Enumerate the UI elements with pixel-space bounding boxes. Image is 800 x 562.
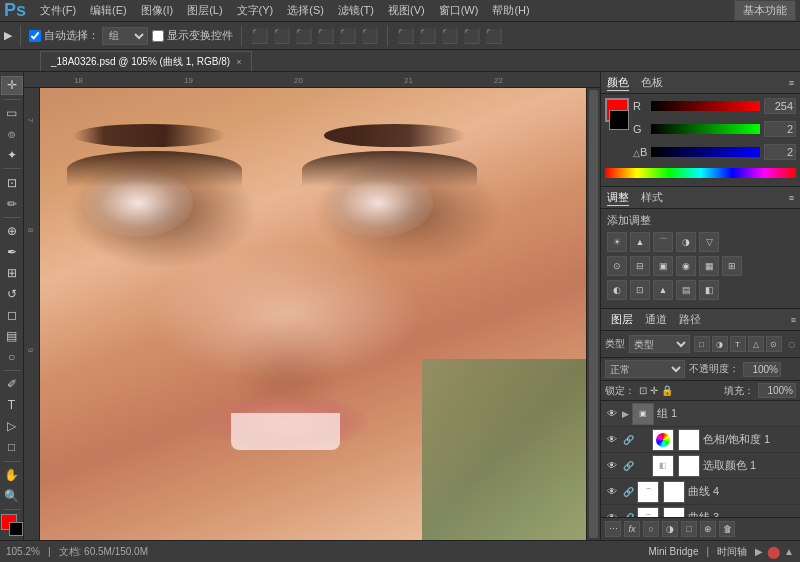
menu-edit[interactable]: 编辑(E) bbox=[84, 1, 133, 20]
text-filter-icon[interactable]: T bbox=[730, 336, 746, 352]
photo-filter-adj-icon[interactable]: ◉ bbox=[676, 256, 696, 276]
channels-tab[interactable]: 通道 bbox=[639, 310, 673, 329]
color-tab[interactable]: 颜色 bbox=[607, 75, 629, 91]
eye-selective[interactable]: 👁 bbox=[605, 459, 619, 473]
lock-pixels-icon[interactable]: ⊡ bbox=[639, 385, 647, 396]
layer-item-selective[interactable]: 👁 🔗 ◧ 选取颜色 1 bbox=[601, 453, 800, 479]
eye-hue-sat[interactable]: 👁 bbox=[605, 433, 619, 447]
timeline-button[interactable]: 时间轴 bbox=[713, 544, 751, 560]
brightness-adj-icon[interactable]: ☀ bbox=[607, 232, 627, 252]
swatches-tab[interactable]: 色板 bbox=[641, 75, 663, 90]
link-hue-sat[interactable]: 🔗 bbox=[622, 433, 634, 447]
clone-tool[interactable]: ⊞ bbox=[1, 264, 23, 283]
color-lookup-adj-icon[interactable]: ⊞ bbox=[722, 256, 742, 276]
fill-input[interactable] bbox=[758, 383, 796, 398]
gradient-map-adj-icon[interactable]: ▤ bbox=[676, 280, 696, 300]
color-spectrum-bar[interactable] bbox=[605, 168, 796, 178]
menu-layer[interactable]: 图层(L) bbox=[181, 1, 228, 20]
curves-adj-icon[interactable]: ⌒ bbox=[653, 232, 673, 252]
show-transform-checkbox[interactable] bbox=[152, 30, 164, 42]
dist-3-icon[interactable]: ⬛ bbox=[441, 28, 458, 44]
path-select-tool[interactable]: ▷ bbox=[1, 417, 23, 436]
styles-tab[interactable]: 样式 bbox=[641, 190, 663, 205]
adj-panel-collapse[interactable]: ≡ bbox=[789, 193, 794, 203]
zoom-tool[interactable]: 🔍 bbox=[1, 486, 23, 505]
auto-select-dropdown[interactable]: 组 图层 bbox=[102, 27, 148, 45]
scrollbar-thumb[interactable] bbox=[589, 90, 598, 538]
eye-group1[interactable]: 👁 bbox=[605, 407, 619, 421]
color-bal-adj-icon[interactable]: ⊟ bbox=[630, 256, 650, 276]
hue-adj-icon[interactable]: ⊙ bbox=[607, 256, 627, 276]
align-vert-icon[interactable]: ⬛ bbox=[273, 28, 290, 44]
marquee-tool[interactable]: ▭ bbox=[1, 104, 23, 123]
text-tool[interactable]: T bbox=[1, 396, 23, 415]
new-layer-icon[interactable]: ⊕ bbox=[700, 521, 716, 537]
gradient-tool[interactable]: ▤ bbox=[1, 326, 23, 345]
filter-toggle[interactable]: ○ bbox=[788, 336, 796, 352]
blue-value[interactable]: 2 bbox=[764, 144, 796, 160]
opacity-input[interactable] bbox=[743, 362, 781, 377]
dist-4-icon[interactable]: ⬛ bbox=[463, 28, 480, 44]
magic-wand-tool[interactable]: ✦ bbox=[1, 146, 23, 165]
selective-color-adj-icon[interactable]: ◧ bbox=[699, 280, 719, 300]
dodge-tool[interactable]: ○ bbox=[1, 347, 23, 366]
new-group-icon[interactable]: □ bbox=[681, 521, 697, 537]
layer-adjustment-icon[interactable]: ◑ bbox=[662, 521, 678, 537]
layers-tab[interactable]: 图层 bbox=[605, 310, 639, 329]
dist-1-icon[interactable]: ⬛ bbox=[397, 28, 414, 44]
pixel-filter-icon[interactable]: □ bbox=[694, 336, 710, 352]
lock-position-icon[interactable]: ✛ bbox=[650, 385, 658, 396]
menu-file[interactable]: 文件(F) bbox=[34, 1, 82, 20]
blend-mode-dropdown[interactable]: 正常 bbox=[605, 360, 685, 378]
hand-tool[interactable]: ✋ bbox=[1, 465, 23, 484]
align-right-icon[interactable]: ⬛ bbox=[361, 28, 378, 44]
delete-layer-icon[interactable]: 🗑 bbox=[719, 521, 735, 537]
align-bottom-icon[interactable]: ⬛ bbox=[295, 28, 312, 44]
eye-curves4[interactable]: 👁 bbox=[605, 485, 619, 499]
adjustments-tab[interactable]: 调整 bbox=[607, 190, 629, 206]
background-swatch[interactable] bbox=[609, 110, 629, 130]
menu-image[interactable]: 图像(I) bbox=[135, 1, 179, 20]
layer-item-curves4[interactable]: 👁 🔗 ⌒ 曲线 4 bbox=[601, 479, 800, 505]
menu-select[interactable]: 选择(S) bbox=[281, 1, 330, 20]
align-left-icon[interactable]: ⬛ bbox=[317, 28, 334, 44]
workspace-button[interactable]: 基本功能 bbox=[734, 0, 796, 21]
group-expand-icon[interactable]: ▶ bbox=[622, 409, 629, 419]
layers-panel-collapse[interactable]: ≡ bbox=[791, 315, 796, 325]
history-brush-tool[interactable]: ↺ bbox=[1, 285, 23, 304]
shape-filter-icon[interactable]: △ bbox=[748, 336, 764, 352]
invert-adj-icon[interactable]: ◐ bbox=[607, 280, 627, 300]
eyedropper-tool[interactable]: ✏ bbox=[1, 194, 23, 213]
brush-tool[interactable]: ✒ bbox=[1, 243, 23, 262]
align-horiz-icon[interactable]: ⬛ bbox=[339, 28, 356, 44]
canvas-vertical-scrollbar[interactable] bbox=[586, 88, 600, 540]
menu-filter[interactable]: 滤镜(T) bbox=[332, 1, 380, 20]
crop-tool[interactable]: ⊡ bbox=[1, 173, 23, 192]
vibrance-adj-icon[interactable]: ▽ bbox=[699, 232, 719, 252]
layer-item-curves3[interactable]: 👁 🔗 ⌒ 曲线 3 bbox=[601, 505, 800, 517]
dist-2-icon[interactable]: ⬛ bbox=[419, 28, 436, 44]
spot-heal-tool[interactable]: ⊕ bbox=[1, 222, 23, 241]
link-curves4[interactable]: 🔗 bbox=[622, 485, 634, 499]
menu-window[interactable]: 窗口(W) bbox=[433, 1, 485, 20]
move-tool[interactable]: ✛ bbox=[1, 76, 23, 95]
layer-link-footer-icon[interactable]: ⋯ bbox=[605, 521, 621, 537]
shape-tool[interactable]: □ bbox=[1, 438, 23, 457]
mini-bridge-button[interactable]: Mini Bridge bbox=[644, 545, 702, 558]
expand-icon[interactable]: ▲ bbox=[784, 546, 794, 557]
blue-slider[interactable] bbox=[651, 147, 760, 157]
pen-tool[interactable]: ✐ bbox=[1, 375, 23, 394]
timeline-control[interactable]: ▶ bbox=[755, 546, 763, 557]
lock-all-icon[interactable]: 🔒 bbox=[661, 385, 673, 396]
playback-icon[interactable]: ⬤ bbox=[767, 545, 780, 559]
tab-close-button[interactable]: × bbox=[236, 57, 241, 67]
red-value[interactable]: 254 bbox=[764, 98, 796, 114]
red-slider[interactable] bbox=[651, 101, 760, 111]
auto-select-checkbox[interactable] bbox=[29, 30, 41, 42]
background-color[interactable] bbox=[9, 522, 23, 536]
eraser-tool[interactable]: ◻ bbox=[1, 305, 23, 324]
levels-adj-icon[interactable]: ▲ bbox=[630, 232, 650, 252]
layer-filter-dropdown[interactable]: 类型 bbox=[629, 335, 690, 353]
smart-filter-icon[interactable]: ⊙ bbox=[766, 336, 782, 352]
link-selective[interactable]: 🔗 bbox=[622, 459, 634, 473]
